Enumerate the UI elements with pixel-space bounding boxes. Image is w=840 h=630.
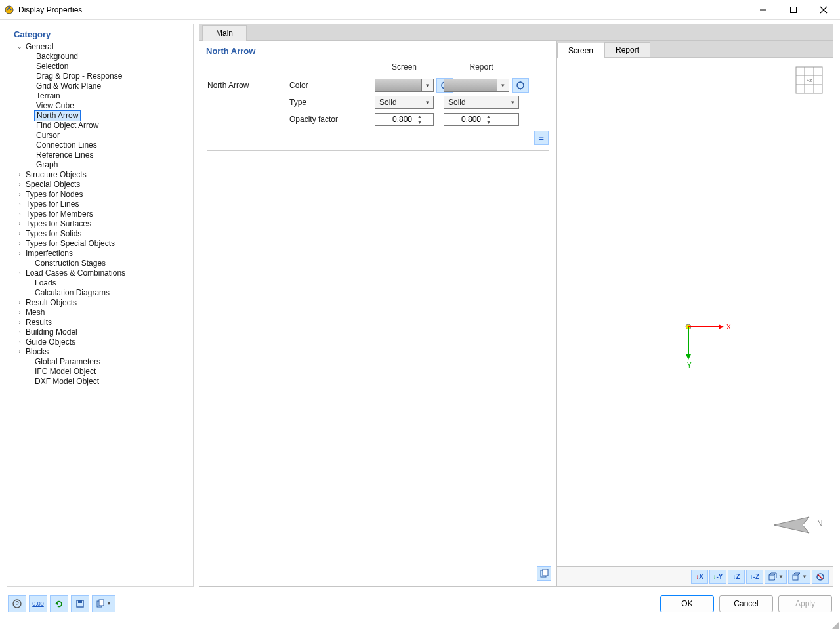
reset-view-button[interactable] <box>812 570 829 584</box>
tree-item[interactable]: ›Types for Special Objects <box>11 239 189 249</box>
tree-item[interactable]: IFC Model Object <box>11 367 189 377</box>
opacity-screen-input[interactable] <box>375 115 415 124</box>
chevron-right-icon: › <box>15 229 24 239</box>
chevron-right-icon: › <box>15 200 24 209</box>
tree-item[interactable]: Loads <box>11 278 189 288</box>
iso-1-button[interactable]: ▼ <box>765 570 787 584</box>
chevron-down-icon: ▾ <box>421 79 433 91</box>
view-nz-button[interactable]: ↑-Z <box>746 570 763 584</box>
spin-down-icon[interactable]: ▼ <box>484 119 493 125</box>
view-z-button[interactable]: ↓Z <box>728 570 745 584</box>
viewport[interactable]: +z X Y <box>557 58 833 566</box>
help-button[interactable]: ? <box>8 595 26 612</box>
type-screen-combo[interactable]: Solid▾ <box>375 96 434 109</box>
tree-item[interactable]: ›Mesh <box>11 308 189 318</box>
map-color-report-button[interactable] <box>512 78 529 93</box>
tree-item[interactable]: Cursor <box>11 131 189 140</box>
copy-menu-button[interactable]: ▼ <box>92 595 116 612</box>
tree-item[interactable]: ›Structure Objects <box>11 170 189 180</box>
tree-item[interactable]: Construction Stages <box>11 259 189 268</box>
chevron-down-icon: ▾ <box>426 99 429 106</box>
tree-item-label: Imperfections <box>24 249 73 259</box>
view-cube-icon[interactable]: +z <box>795 66 824 96</box>
tree-item[interactable]: Graph <box>11 160 189 170</box>
view-y-button[interactable]: ↓-Y <box>709 570 726 584</box>
color-report[interactable]: ▾ <box>444 79 509 92</box>
iso-2-button[interactable]: ▼ <box>788 570 810 584</box>
tree-item[interactable]: Reference Lines <box>11 150 189 160</box>
tree-item[interactable]: Drag & Drop - Response <box>11 72 189 81</box>
tree-item[interactable]: ›Types for Surfaces <box>11 219 189 229</box>
section-title: North Arrow <box>206 46 549 56</box>
tree-item[interactable]: Selection <box>11 62 189 72</box>
maximize-button[interactable] <box>778 0 808 20</box>
tree-item[interactable]: ›Result Objects <box>11 298 189 308</box>
spin-up-icon[interactable]: ▲ <box>415 114 424 119</box>
svg-rect-34 <box>793 575 798 580</box>
tree-item[interactable]: ›Results <box>11 318 189 327</box>
tree-item[interactable]: ›Types for Solids <box>11 229 189 239</box>
chevron-right-icon: › <box>15 190 24 200</box>
units-button[interactable]: 0.00 <box>29 595 47 612</box>
tab-main[interactable]: Main <box>202 25 247 41</box>
save-button[interactable] <box>71 595 89 612</box>
tree-item[interactable]: ›Load Cases & Combinations <box>11 268 189 278</box>
chevron-down-icon: ⌄ <box>15 42 24 52</box>
apply-button[interactable]: Apply <box>778 595 832 612</box>
tree-item[interactable]: ›Building Model <box>11 327 189 337</box>
tree-item[interactable]: Global Parameters <box>11 357 189 367</box>
spin-up-icon[interactable]: ▲ <box>484 114 493 119</box>
tree-item[interactable]: ›Types for Members <box>11 209 189 219</box>
copy-settings-button[interactable] <box>537 566 551 581</box>
cancel-button[interactable]: Cancel <box>719 595 773 612</box>
chevron-right-icon: › <box>15 337 24 347</box>
chevron-right-icon: › <box>15 268 24 278</box>
resize-grip[interactable] <box>831 621 839 629</box>
minimize-button[interactable] <box>748 0 778 20</box>
tree-item[interactable]: Calculation Diagrams <box>11 288 189 298</box>
opacity-screen-spinner[interactable]: ▲▼ <box>375 113 434 126</box>
tree-item-label: Blocks <box>24 347 49 357</box>
tree-item[interactable]: Grid & Work Plane <box>11 81 189 91</box>
type-report-combo[interactable]: Solid▾ <box>444 96 519 109</box>
tree-item[interactable]: ⌄General <box>11 42 189 52</box>
opacity-report-input[interactable] <box>444 115 484 124</box>
chevron-down-icon: ▾ <box>497 79 509 91</box>
category-header: Category <box>9 27 192 42</box>
tree-item[interactable]: DXF Model Object <box>11 377 189 387</box>
tree-item[interactable]: North Arrow <box>11 111 189 121</box>
chevron-right-icon: › <box>15 308 24 318</box>
tree-item[interactable]: ›Special Objects <box>11 180 189 190</box>
tree-item-label: Graph <box>35 160 58 170</box>
svg-rect-28 <box>769 575 774 580</box>
tree-item[interactable]: ›Types for Lines <box>11 200 189 209</box>
tree-item[interactable]: ›Blocks <box>11 347 189 357</box>
chevron-right-icon: › <box>15 170 24 180</box>
tree-item-label: Reference Lines <box>35 150 93 160</box>
equal-toggle-button[interactable]: = <box>534 131 549 145</box>
color-screen[interactable]: ▾ <box>375 79 434 92</box>
tree-item-label: Loads <box>33 278 56 288</box>
opacity-report-spinner[interactable]: ▲▼ <box>444 113 519 126</box>
view-x-button[interactable]: ↓X <box>691 570 708 584</box>
tree-item[interactable]: ›Guide Objects <box>11 337 189 347</box>
preview-tab-screen[interactable]: Screen <box>557 43 604 58</box>
tree-item[interactable]: Background <box>11 52 189 62</box>
spin-down-icon[interactable]: ▼ <box>415 119 424 125</box>
svg-marker-21 <box>719 324 724 329</box>
svg-rect-2 <box>791 7 797 12</box>
tree-item-label: Results <box>24 318 52 327</box>
preview-pane: Screen Report +z <box>557 41 833 586</box>
close-button[interactable] <box>808 0 839 20</box>
reset-defaults-button[interactable] <box>50 595 68 612</box>
tree-item[interactable]: ›Imperfections <box>11 249 189 259</box>
tree-item[interactable]: View Cube <box>11 101 189 111</box>
preview-tab-report[interactable]: Report <box>604 42 650 57</box>
tree-item[interactable]: Connection Lines <box>11 140 189 150</box>
tree-item[interactable]: ›Types for Nodes <box>11 190 189 200</box>
ok-button[interactable]: OK <box>660 595 714 612</box>
tree-item[interactable]: Terrain <box>11 91 189 101</box>
tree-item[interactable]: Find Object Arrow <box>11 121 189 131</box>
chevron-right-icon: › <box>15 219 24 229</box>
svg-marker-24 <box>686 354 691 360</box>
